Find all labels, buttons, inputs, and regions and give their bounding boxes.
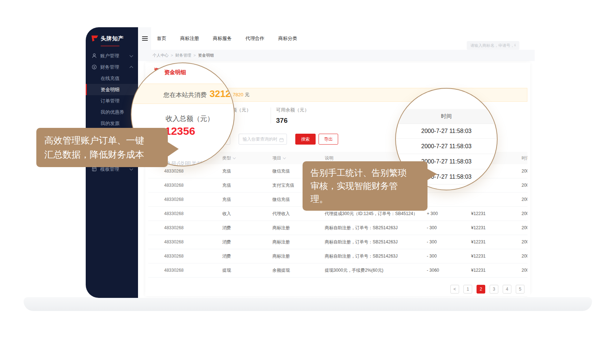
- stat-block: 可用余额（元）376: [276, 107, 309, 125]
- table-header-cell[interactable]: 类型: [222, 152, 272, 164]
- cell-desc: 商标自助注册，订单号：SB2514263J: [325, 221, 427, 235]
- export-button[interactable]: 导出: [319, 134, 338, 145]
- laptop-base: [24, 297, 592, 311]
- callout-right: 告别手工统计、告别繁琐审核，实现智能财务管理。: [303, 161, 427, 211]
- sidebar-item-账户管理[interactable]: 账户管理: [86, 50, 138, 61]
- callout-line: 理。: [311, 193, 420, 206]
- stat-value: 376: [276, 117, 309, 125]
- cell-time: 2000-7-27 11:58:03: [522, 249, 527, 263]
- pagination-prev-button[interactable]: <: [450, 285, 459, 294]
- brand-logo[interactable]: 头牌知产: [86, 27, 138, 45]
- cell-time: 2000-7-27 11:58:03: [522, 235, 527, 249]
- table-row[interactable]: 48330268消费商标注册商标自助注册，订单号：SB2514263J- 300…: [148, 221, 527, 235]
- table-row[interactable]: 48330268消费商标注册商标自助注册，订单号：SB2514263J- 300…: [148, 249, 527, 263]
- nav-item-商标服务[interactable]: 商标服务: [213, 35, 232, 42]
- nav-item-商标注册[interactable]: 商标注册: [180, 35, 199, 42]
- banner-unit: 元: [245, 92, 250, 97]
- logo-subtext: [101, 45, 119, 46]
- topbar: 首页商标注册商标服务代理合作商标分类: [138, 27, 535, 50]
- pagination-page-1[interactable]: 1: [463, 285, 472, 294]
- cell-project: 余额提现: [272, 263, 325, 277]
- sort-caret-icon[interactable]: [233, 156, 236, 159]
- cell-balance: [471, 178, 522, 192]
- template-icon: [92, 166, 97, 172]
- sidebar-item-财务管理[interactable]: 财务管理: [86, 61, 138, 73]
- cell-type: 消费: [222, 221, 272, 235]
- cell-project: 商标注册: [272, 235, 325, 249]
- sidebar-item-label: 订单管理: [101, 98, 119, 104]
- pagination-page-3[interactable]: 3: [490, 285, 498, 294]
- cell-order: 48330268: [148, 263, 222, 277]
- magnified-time-cell: 2000-7-27 11:58:03: [396, 139, 497, 154]
- menu-icon[interactable]: [142, 36, 148, 42]
- brand-logo-icon: [91, 35, 99, 43]
- cell-type: 充值: [222, 178, 272, 192]
- table-row[interactable]: 48330268提现余额提现提现3000元，手续费2%(60元)- 3060¥1…: [148, 263, 527, 278]
- sidebar-item-资金明细[interactable]: 资金明细: [86, 84, 138, 95]
- breadcrumb-item[interactable]: 财务管理: [175, 53, 191, 57]
- top-nav: 首页商标注册商标服务代理合作商标分类: [157, 27, 297, 50]
- cell-order: 48330268: [148, 178, 222, 192]
- pagination-page-5[interactable]: 5: [516, 285, 524, 294]
- cell-balance: [471, 193, 522, 206]
- sidebar-item-订单管理[interactable]: 订单管理: [86, 95, 138, 106]
- cell-balance: ¥12231: [471, 221, 522, 235]
- breadcrumb-item[interactable]: 资金明细: [198, 53, 214, 57]
- callout-line: 告别手工统计、告别繁琐: [311, 166, 420, 179]
- cell-time: 2000-7-27 11:58:03: [522, 193, 527, 206]
- cell-desc: 商标自助注册，订单号：SB2514263J: [325, 249, 427, 263]
- cell-type: 收入: [222, 207, 272, 221]
- banner-amount: 7820: [233, 92, 243, 97]
- callout-line: 审核，实现智能财务管: [311, 179, 420, 193]
- sidebar-item-label: 资金明细: [101, 86, 119, 93]
- cell-amount: + 300: [427, 207, 471, 221]
- cell-order: 48330268: [148, 207, 222, 221]
- sidebar-item-label: 我的发票: [101, 120, 119, 127]
- breadcrumb: 个人中心>财务管理>资金明细: [138, 50, 535, 61]
- cell-type: 充值: [222, 164, 272, 178]
- cell-amount: - 300: [427, 221, 471, 235]
- magnified-stat-value: 12356: [165, 125, 195, 137]
- cell-type: 消费: [222, 235, 272, 249]
- sidebar-item-在线充值[interactable]: 在线充值: [86, 73, 138, 84]
- cell-balance: ¥12231: [471, 235, 522, 249]
- cell-order: 48330268: [148, 221, 222, 235]
- cell-time: 2000-7-27 11:58:03: [522, 263, 527, 277]
- cell-order: 48330268: [148, 193, 222, 206]
- sidebar-item-我的优惠券[interactable]: 我的优惠券: [86, 106, 138, 118]
- nav-item-商标分类[interactable]: 商标分类: [278, 35, 297, 42]
- cell-time: 2000-7-27 11:58:03: [522, 221, 527, 235]
- sidebar-item-label: 在线充值: [101, 75, 119, 82]
- callout-left: 高效管理账户订单、一键汇总数据，降低财务成本: [36, 128, 168, 167]
- pagination-page-4[interactable]: 4: [503, 285, 511, 294]
- cell-order: 48330268: [148, 235, 222, 249]
- pagination-page-2[interactable]: 2: [477, 285, 485, 294]
- nav-item-首页[interactable]: 首页: [157, 35, 166, 42]
- search-button[interactable]: 搜索: [295, 134, 316, 145]
- cell-project: 商标注册: [272, 249, 325, 263]
- chevron-down-icon: [130, 167, 133, 170]
- cell-amount: - 3060: [427, 263, 471, 277]
- stage: 头牌知产 账户管理财务管理在线充值资金明细订单管理我的优惠券我的发票模板管理 首…: [0, 0, 616, 364]
- cell-amount: [427, 193, 471, 206]
- breadcrumb-separator: >: [171, 53, 173, 57]
- breadcrumb-item[interactable]: 个人中心: [153, 53, 169, 57]
- table-row[interactable]: 48330268消费商标注册商标自助注册，订单号：SB2514263J- 300…: [148, 235, 527, 249]
- cell-project: 商标注册: [272, 221, 325, 235]
- cell-balance: ¥12231: [471, 249, 522, 263]
- magnified-banner: 您在本站共消费32124: [131, 84, 234, 104]
- magnified-stat-label: 收入总额（元）: [166, 114, 214, 124]
- search-input[interactable]: [467, 41, 519, 50]
- nav-item-代理合作[interactable]: 代理合作: [246, 35, 264, 42]
- table-header-cell: 时间: [522, 152, 527, 164]
- magnified-banner-prefix: 您在本站共消费: [163, 92, 207, 98]
- sort-caret-icon[interactable]: [283, 156, 286, 159]
- magnified-time-cell: 2000-7-27 11:58:03: [396, 124, 497, 139]
- cell-balance: ¥12231: [471, 207, 522, 221]
- sidebar-item-我的发票[interactable]: 我的发票: [86, 118, 138, 129]
- cell-type: 消费: [222, 249, 272, 263]
- brand-name: 头牌知产: [101, 35, 124, 42]
- sidebar-item-label: 财务管理: [100, 64, 119, 70]
- callout-line: 高效管理账户订单、一键: [44, 133, 160, 147]
- calendar-icon[interactable]: [279, 137, 284, 141]
